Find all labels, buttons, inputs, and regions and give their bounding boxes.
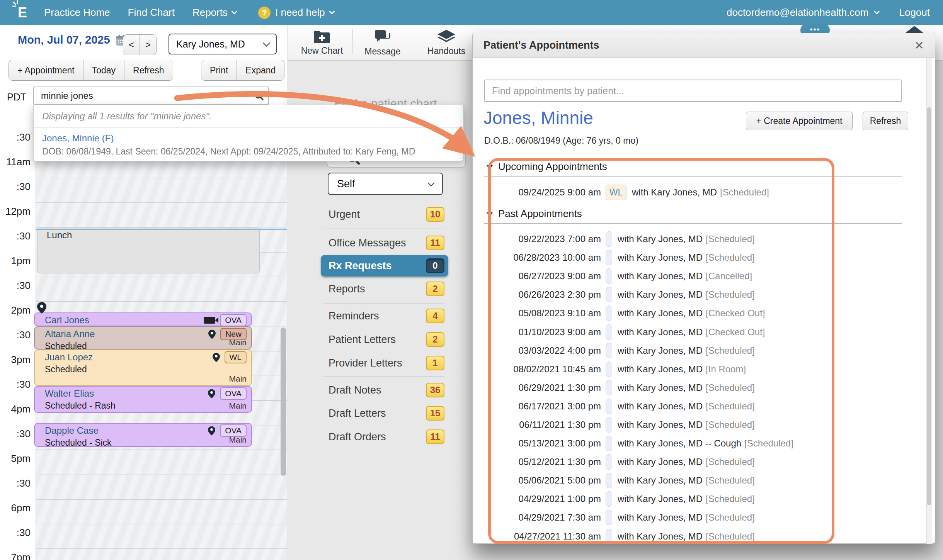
appointment-row[interactable]: 09/24/2025 9:00 am WL with Kary Jones, M… xyxy=(496,184,882,201)
inbox-menu-item[interactable]: Draft Notes 36 xyxy=(329,381,444,399)
time-label: :30 xyxy=(0,131,31,143)
modal-scrollbar-thumb[interactable] xyxy=(927,107,931,505)
location-pin-icon xyxy=(208,389,215,399)
search-button[interactable] xyxy=(249,87,268,104)
next-day-button[interactable]: > xyxy=(140,35,156,55)
appointment-event[interactable]: Dapple Case OVA Scheduled - Sick Main xyxy=(34,423,252,447)
appointment-row[interactable]: 05/13/2021 3:00 pm with Kary Jones, MD -… xyxy=(496,434,882,453)
appointment-description: with Kary Jones, MD xyxy=(618,456,703,467)
new-chart-button[interactable]: New Chart xyxy=(293,27,351,58)
appointment-row[interactable]: 06/26/2023 2:30 pm with Kary Jones, MD [… xyxy=(496,285,882,304)
handouts-button[interactable]: Handouts xyxy=(417,27,475,58)
inbox-menu-item[interactable]: Draft Orders 11 xyxy=(329,428,444,446)
appointment-description: with Kary Jones, MD xyxy=(618,345,703,356)
help-menu[interactable]: ? I need help xyxy=(258,7,334,19)
event-status: Scheduled - Sick xyxy=(45,438,247,448)
appointment-row[interactable]: 04/29/2021 1:00 pm with Kary Jones, MD [… xyxy=(496,490,882,508)
appointment-datetime: 04/29/2021 7:30 am xyxy=(496,512,601,523)
patient-name[interactable]: Jones, Minnie xyxy=(483,107,593,128)
appointment-description: with Kary Jones, MD -- Cough xyxy=(618,438,741,449)
elation-logo[interactable]: E xyxy=(18,5,27,21)
inbox-item-label: Draft Orders xyxy=(329,431,426,443)
result-patient-details: DOB: 06/08/1949, Last Seen: 06/25/2024, … xyxy=(42,146,463,157)
appointment-row[interactable]: 09/22/2023 7:00 am with Kary Jones, MD [… xyxy=(496,230,882,248)
appointment-status: [Cancelled] xyxy=(706,271,752,282)
result-patient-link[interactable]: Jones, Minnie (F) xyxy=(42,133,463,144)
appointment-row[interactable]: 01/10/2023 9:00 am with Kary Jones, MD [… xyxy=(496,322,882,341)
appointment-status: [Scheduled] xyxy=(706,512,755,523)
empty-type-badge xyxy=(606,491,612,507)
appointment-row[interactable]: 06/27/2023 9:00 am with Kary Jones, MD [… xyxy=(496,267,882,285)
refresh-button[interactable]: Refresh xyxy=(124,60,173,80)
appointment-status: [In Room] xyxy=(706,364,746,375)
appointment-datetime: 05/12/2021 1:30 pm xyxy=(496,456,601,467)
inbox-menu-item[interactable]: Patient Letters 2 xyxy=(329,330,444,349)
print-button[interactable]: Print xyxy=(201,60,237,80)
time-label: 12pm xyxy=(0,205,31,217)
appointment-status: [Scheduled] xyxy=(706,234,755,244)
event-room: Main xyxy=(229,435,247,445)
appointment-description: with Kary Jones, MD xyxy=(618,531,703,542)
appointment-status: [Scheduled] xyxy=(706,401,755,412)
empty-type-badge xyxy=(606,454,612,470)
inbox-menu-item[interactable]: Office Messages 11 xyxy=(329,234,444,252)
message-button[interactable]: Message xyxy=(354,27,412,58)
today-button[interactable]: Today xyxy=(83,60,124,80)
current-date[interactable]: Mon, Jul 07, 2025 xyxy=(18,34,110,46)
appointment-row[interactable]: 06/17/2021 3:00 pm with Kary Jones, MD [… xyxy=(496,397,882,416)
appointment-row[interactable]: 08/02/2021 10:45 am with Kary Jones, MD … xyxy=(496,360,882,378)
time-label: 7pm xyxy=(0,552,31,560)
modal-refresh-button[interactable]: Refresh xyxy=(863,112,908,130)
provider-select[interactable]: Kary Jones, MD xyxy=(169,34,277,54)
inbox-item-label: Draft Notes xyxy=(329,384,426,396)
inbox-menu-item[interactable]: Draft Letters 15 xyxy=(329,404,444,423)
inbox-menu-item[interactable]: Rx Requests 0 xyxy=(321,255,448,277)
menu-divider xyxy=(323,229,445,229)
calendar-scrollbar[interactable] xyxy=(281,328,286,476)
appointment-description: with Kary Jones, MD xyxy=(618,327,703,338)
inbox-count-badge: 2 xyxy=(426,332,444,347)
appointment-row[interactable]: 04/27/2021 11:30 am with Kary Jones, MD … xyxy=(496,527,882,546)
patient-search-input[interactable] xyxy=(34,90,249,101)
lunch-block[interactable]: Lunch xyxy=(37,227,260,273)
appointment-event[interactable]: Carl Jones OVA xyxy=(34,312,252,326)
expand-button[interactable]: Expand xyxy=(237,60,284,80)
appointment-row[interactable]: 05/06/2021 5:00 pm with Kary Jones, MD [… xyxy=(496,471,882,490)
nav-link[interactable]: Practice Home xyxy=(44,7,110,19)
appointment-row[interactable]: 05/08/2023 9:10 am with Kary Jones, MD [… xyxy=(496,304,882,322)
add-appointment-button[interactable]: + Appointment xyxy=(9,60,83,80)
print-expand-group: Print Expand xyxy=(201,60,284,81)
account-menu[interactable]: doctordemo@elationhealth.com xyxy=(727,7,869,19)
appointment-row[interactable]: 06/11/2021 1:30 pm with Kary Jones, MD [… xyxy=(496,416,882,434)
appointment-datetime: 06/26/2023 2:30 pm xyxy=(496,289,601,300)
appointment-status: [Scheduled] xyxy=(706,419,755,430)
empty-type-badge xyxy=(606,343,612,358)
appointment-datetime: 05/08/2023 9:10 am xyxy=(496,308,601,319)
inbox-item-label: Draft Letters xyxy=(329,407,426,419)
past-appointments-header[interactable]: Past Appointments xyxy=(487,208,582,220)
close-icon[interactable]: ✕ xyxy=(914,39,924,52)
handouts-book-icon xyxy=(437,30,455,44)
inbox-menu-item[interactable]: Reminders 4 xyxy=(329,307,444,325)
appointment-event[interactable]: Altaria Anne New Scheduled Main xyxy=(34,326,252,350)
sparkle-icon xyxy=(12,0,22,10)
appointment-row[interactable]: 06/28/2023 10:00 am with Kary Jones, MD … xyxy=(496,248,882,267)
appointment-event[interactable]: Juan Lopez WL Scheduled Main xyxy=(34,350,252,386)
logout-button[interactable]: Logout xyxy=(899,7,930,19)
inbox-menu-item[interactable]: Urgent 10 xyxy=(329,205,444,224)
owner-filter-select[interactable]: Self xyxy=(328,173,443,195)
create-appointment-button[interactable]: + Create Appointment xyxy=(746,112,853,130)
appointment-search-input[interactable] xyxy=(484,80,902,102)
appointment-row[interactable]: 04/29/2021 7:30 am with Kary Jones, MD [… xyxy=(496,508,882,527)
appointment-row[interactable]: 06/29/2021 1:30 pm with Kary Jones, MD [… xyxy=(496,378,882,397)
appointment-row[interactable]: 03/03/2022 4:00 pm with Kary Jones, MD [… xyxy=(496,341,882,360)
upcoming-appointments-header[interactable]: Upcoming Appointments xyxy=(487,161,607,173)
nav-link[interactable]: Find Chart xyxy=(128,7,175,19)
appointment-event[interactable]: Walter Elias OVA Scheduled - Rash Main xyxy=(34,386,252,413)
prev-day-button[interactable]: < xyxy=(123,35,140,55)
inbox-item-label: Reminders xyxy=(329,310,426,322)
nav-link[interactable]: Reports xyxy=(192,7,237,19)
appointment-row[interactable]: 05/12/2021 1:30 pm with Kary Jones, MD [… xyxy=(496,453,882,471)
inbox-menu-item[interactable]: Reports 2 xyxy=(329,280,444,298)
inbox-menu-item[interactable]: Provider Letters 1 xyxy=(329,354,444,372)
